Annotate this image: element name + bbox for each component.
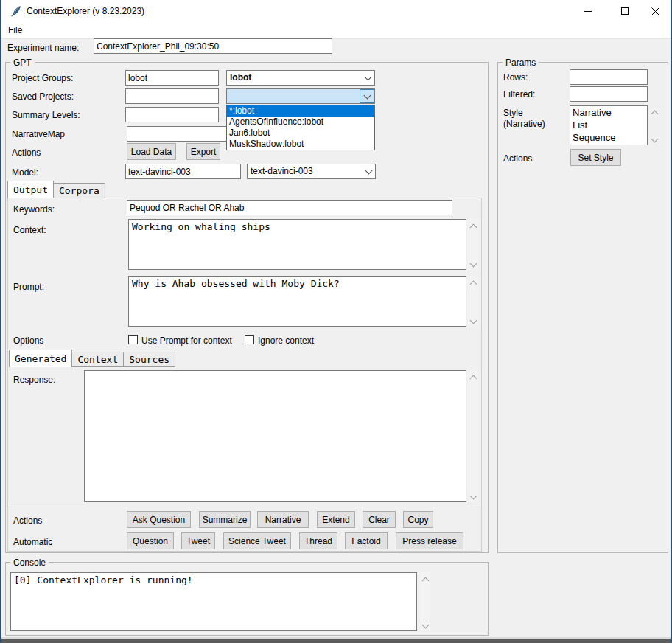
tab-corpora[interactable]: Corpora [53, 183, 105, 198]
automatic-label: Automatic [13, 537, 52, 547]
style-label-line1: Style [503, 108, 523, 118]
clear-button[interactable]: Clear [363, 511, 396, 528]
params-actions-label: Actions [503, 153, 532, 164]
ignore-context-checkbox[interactable] [245, 335, 254, 344]
window-bottom-frame [1, 637, 671, 643]
tab-sources[interactable]: Sources [123, 352, 175, 367]
filtered-input[interactable] [570, 86, 648, 102]
dropdown-item[interactable]: *:lobot [227, 105, 374, 117]
chevron-down-icon[interactable] [361, 71, 374, 85]
menu-bar: File [1, 22, 671, 39]
thread-button[interactable]: Thread [299, 532, 337, 549]
style-label-line2: (Narrative) [503, 119, 545, 129]
chevron-down-icon[interactable] [360, 89, 374, 103]
project-groups-combobox-value: lobot [227, 71, 361, 85]
saved-projects-input[interactable] [125, 88, 219, 104]
use-prompt-checkbox-label: Use Prompt for context [141, 336, 232, 346]
set-style-button[interactable]: Set Style [570, 149, 621, 166]
prompt-scrollbar [468, 276, 478, 327]
python-feather-icon [10, 5, 22, 17]
summarize-button[interactable]: Summarize [199, 511, 251, 528]
style-listbox-item[interactable]: Narrative [570, 106, 647, 119]
saved-projects-dropdown: *:lobot AgentsOfInfluence:lobot Jan6:lob… [226, 105, 375, 150]
load-data-button[interactable]: Load Data [127, 143, 176, 160]
console-scrollbar [420, 572, 430, 631]
project-groups-input[interactable] [125, 70, 219, 86]
keywords-label: Keywords: [13, 204, 55, 215]
project-groups-label: Project Groups: [12, 73, 73, 83]
app-window: ContextExplorer (v 8.23.2023) File Exper… [0, 0, 672, 643]
narrative-button[interactable]: Narrative [257, 511, 309, 528]
style-scrollbar [649, 105, 659, 145]
minimize-button[interactable] [571, 0, 604, 22]
summary-levels-input[interactable] [125, 107, 219, 122]
science-tweet-button[interactable]: Science Tweet [223, 532, 291, 549]
console-textarea[interactable]: [0] ContextExplorer is running! [10, 572, 417, 631]
keywords-input[interactable] [127, 200, 452, 215]
context-label: Context: [13, 225, 46, 235]
scroll-up-icon[interactable] [421, 577, 429, 585]
copy-button[interactable]: Copy [403, 511, 433, 528]
style-listbox-item[interactable]: List [570, 119, 647, 131]
prompt-textarea[interactable]: Why is Ahab obsessed with Moby Dick? [128, 276, 466, 327]
experiment-name-input[interactable] [94, 38, 332, 54]
ask-question-button[interactable]: Ask Question [127, 511, 191, 528]
model-combobox[interactable]: text-davinci-003 [247, 164, 376, 179]
saved-projects-combobox[interactable] [226, 88, 375, 104]
scroll-down-icon[interactable] [651, 136, 658, 143]
close-icon [651, 7, 660, 16]
rows-label: Rows: [503, 72, 528, 83]
saved-projects-combobox-value [227, 89, 360, 103]
scroll-up-icon[interactable] [469, 281, 477, 288]
narrative-map-label: NarrativeMap [12, 129, 65, 139]
scroll-down-icon[interactable] [469, 493, 477, 500]
scroll-up-icon[interactable] [651, 111, 658, 118]
close-button[interactable] [639, 0, 672, 22]
model-label: Model: [12, 167, 38, 178]
model-combobox-value: text-davinci-003 [248, 164, 362, 178]
output-notebook-tabs: Output Corpora [7, 181, 105, 198]
context-scrollbar [468, 219, 478, 270]
gpt-groupbox-title: GPT [10, 58, 35, 68]
scroll-up-icon[interactable] [469, 224, 477, 232]
dropdown-item[interactable]: Jan6:lobot [227, 128, 374, 139]
use-prompt-checkbox[interactable] [128, 335, 138, 344]
dropdown-item[interactable]: MuskShadow:lobot [227, 139, 374, 150]
response-textarea[interactable] [84, 370, 466, 502]
model-input[interactable] [125, 164, 241, 179]
filtered-label: Filtered: [503, 89, 535, 100]
rows-input[interactable] [570, 69, 648, 85]
press-release-button[interactable]: Press release [396, 532, 463, 549]
style-listbox-item[interactable]: Sequence [570, 131, 647, 144]
project-groups-combobox[interactable]: lobot [226, 70, 375, 86]
scroll-down-icon[interactable] [469, 260, 477, 268]
menu-file[interactable]: File [1, 22, 29, 38]
experiment-name-label: Experiment name: [7, 43, 79, 53]
tab-context[interactable]: Context [71, 352, 124, 367]
response-label: Response: [13, 375, 55, 385]
scroll-down-icon[interactable] [469, 317, 477, 324]
result-notebook-frame-bottom [9, 507, 480, 507]
saved-projects-label: Saved Projects: [12, 91, 74, 102]
maximize-button[interactable] [608, 0, 641, 22]
scroll-down-icon[interactable] [421, 622, 429, 629]
maximize-icon [620, 7, 629, 15]
ignore-context-checkbox-label: Ignore context [258, 336, 314, 346]
response-actions-label: Actions [13, 515, 42, 526]
scroll-up-icon[interactable] [469, 375, 477, 383]
chevron-down-icon[interactable] [362, 164, 375, 178]
export-button[interactable]: Export [186, 143, 220, 160]
style-listbox[interactable]: Narrative List Sequence [570, 105, 648, 145]
context-textarea[interactable]: Working on whaling ships [128, 219, 466, 270]
params-groupbox-title: Params [503, 58, 539, 68]
factoid-button[interactable]: Factoid [345, 532, 388, 549]
tab-generated[interactable]: Generated [9, 350, 72, 367]
gpt-actions-label: Actions [12, 147, 41, 158]
tab-output[interactable]: Output [7, 181, 54, 198]
options-label: Options [13, 336, 43, 346]
dropdown-item[interactable]: AgentsOfInfluence:lobot [227, 117, 374, 128]
question-button[interactable]: Question [127, 532, 174, 549]
tweet-button[interactable]: Tweet [181, 532, 215, 549]
window-title: ContextExplorer (v 8.23.2023) [27, 6, 144, 16]
extend-button[interactable]: Extend [317, 511, 355, 528]
